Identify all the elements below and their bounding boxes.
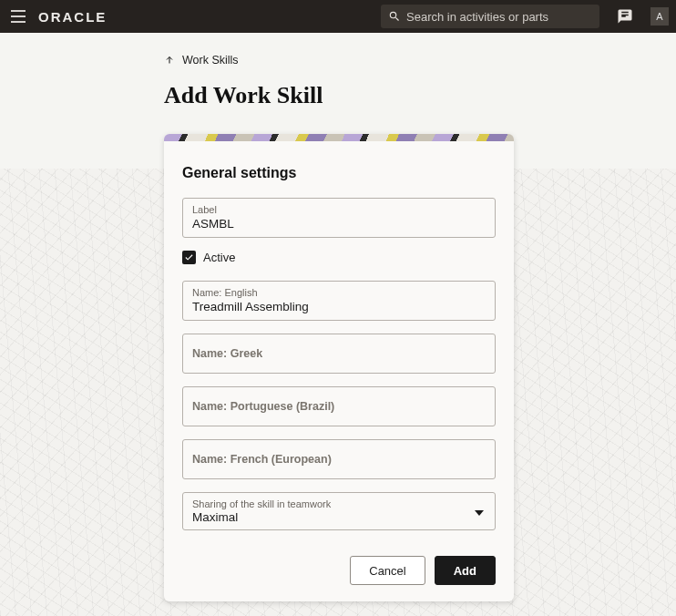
avatar[interactable]: A	[650, 7, 669, 26]
chat-icon[interactable]	[616, 7, 634, 26]
check-icon	[184, 252, 194, 262]
card-accent-stripe	[164, 134, 514, 141]
add-button[interactable]: Add	[435, 556, 496, 585]
name-portuguese-caption: Name: Portuguese (Brazil)	[192, 400, 486, 413]
name-english-caption: Name: English	[192, 287, 486, 298]
label-input[interactable]	[192, 217, 486, 231]
page-title: Add Work Skill	[164, 82, 676, 109]
arrow-up-icon	[164, 55, 175, 66]
name-french-field[interactable]: Name: French (European)	[182, 439, 496, 479]
name-portuguese-field[interactable]: Name: Portuguese (Brazil)	[182, 386, 496, 426]
name-english-input[interactable]	[192, 300, 486, 313]
form-card: General settings Label Active Name: Engl…	[164, 134, 514, 601]
label-field[interactable]: Label	[182, 198, 496, 238]
name-english-field[interactable]: Name: English	[182, 281, 496, 321]
name-french-caption: Name: French (European)	[192, 453, 486, 466]
card-actions: Cancel Add	[164, 547, 514, 601]
active-checkbox[interactable]	[182, 251, 196, 264]
section-title: General settings	[182, 165, 496, 181]
active-label: Active	[203, 251, 235, 264]
sharing-select[interactable]: Sharing of the skill in teamwork Maximal	[182, 492, 496, 530]
search-icon	[388, 10, 401, 23]
chevron-down-icon	[475, 503, 484, 519]
sharing-caption: Sharing of the skill in teamwork	[192, 498, 486, 509]
sharing-value: Maximal	[192, 510, 486, 524]
breadcrumb[interactable]: Work Skills	[164, 54, 239, 67]
menu-icon[interactable]	[7, 5, 29, 27]
active-row: Active	[182, 251, 496, 264]
label-field-caption: Label	[192, 204, 486, 215]
name-greek-caption: Name: Greek	[192, 347, 486, 360]
brand-logo: ORACLE	[38, 9, 107, 25]
top-bar: ORACLE A	[0, 0, 676, 33]
cancel-button[interactable]: Cancel	[350, 556, 425, 585]
search-input[interactable]	[406, 10, 592, 24]
search-box[interactable]	[381, 5, 599, 28]
name-greek-field[interactable]: Name: Greek	[182, 334, 496, 374]
breadcrumb-label: Work Skills	[182, 54, 239, 67]
